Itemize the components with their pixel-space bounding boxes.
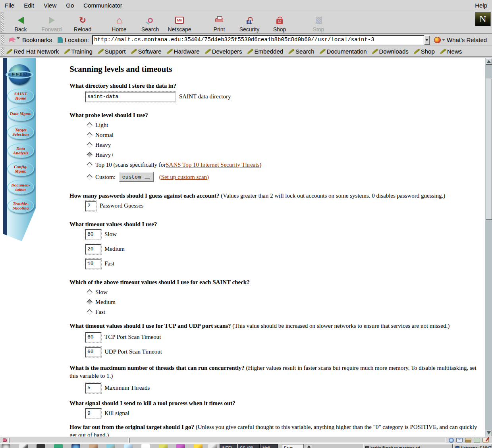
taskbar-app-icon[interactable] — [54, 444, 63, 448]
url-dropdown-button[interactable] — [424, 35, 430, 45]
sidebar-item-documentation[interactable]: Documen- tation — [7, 180, 34, 194]
bookmarks-label[interactable]: Bookmarks — [22, 37, 52, 43]
navigator-icon[interactable] — [449, 438, 454, 443]
timeout-medium-input[interactable] — [85, 244, 101, 254]
scrollbar-thumb[interactable] — [486, 79, 492, 220]
radio-top10[interactable]: Top 10 (scans specifically for SANS Top … — [69, 160, 478, 170]
radio-diamond-icon[interactable] — [87, 142, 93, 148]
menu-communicator[interactable]: Communicator — [79, 0, 127, 10]
pager-up-button[interactable] — [306, 444, 312, 448]
personal-link-documentation[interactable]: Documentation — [320, 48, 367, 55]
kill-signal-input[interactable] — [85, 408, 101, 419]
sidebar-item-saint-home[interactable]: SAINT Home — [7, 88, 34, 103]
menu-file[interactable]: File — [0, 0, 19, 10]
personal-toolbar-grip[interactable] — [1, 47, 4, 56]
radio-diamond-icon[interactable] — [87, 162, 93, 168]
personal-link-hardware[interactable]: Hardware — [167, 48, 200, 55]
personal-link-news[interactable]: News — [440, 48, 462, 55]
scroll-down-button[interactable] — [486, 430, 492, 436]
radio-normal[interactable]: Normal — [69, 130, 478, 140]
tcp-timeout-input[interactable] — [85, 332, 101, 342]
taskbar-app-icon[interactable] — [89, 444, 98, 448]
udp-timeout-input[interactable] — [85, 347, 101, 357]
taskbar-window-mail[interactable]: Mail — [260, 444, 278, 448]
personal-link-search[interactable]: Search — [288, 48, 314, 55]
radio-diamond-selected-icon[interactable] — [87, 152, 93, 158]
taskbar-app-icon[interactable] — [19, 444, 28, 448]
taskbar-window-terminal[interactable]: barkin@malt.cs.montana.ed — [363, 444, 453, 448]
radio-diamond-icon[interactable] — [87, 132, 93, 138]
taskbar-app-icon[interactable] — [124, 444, 133, 448]
taskbar-app-icon[interactable] — [2, 444, 10, 448]
timeout-slow-input[interactable] — [85, 229, 101, 240]
back-button[interactable]: Back — [6, 13, 36, 33]
toolbar-grip[interactable] — [0, 12, 4, 33]
taskbar-app-icon[interactable] — [141, 444, 150, 448]
radio-heavy-plus[interactable]: Heavy+ — [69, 150, 478, 160]
whats-related-button[interactable]: What's Related — [434, 37, 487, 43]
sidebar-item-target-selection[interactable]: Target Selection — [7, 125, 34, 139]
sidebar-item-data-analysis[interactable]: Data Analysis — [7, 143, 34, 158]
password-guesses-input[interactable] — [85, 201, 96, 211]
taskbar-app-icon[interactable] — [159, 444, 168, 448]
print-button[interactable]: Print — [204, 13, 234, 33]
composer-icon[interactable] — [482, 438, 489, 442]
reload-button[interactable]: ↻ Reload — [68, 13, 98, 33]
personal-link-support[interactable]: Support — [98, 48, 126, 55]
taskbar-app-icon[interactable] — [208, 444, 217, 448]
radio-light[interactable]: Light — [69, 120, 478, 130]
personal-link-redhat[interactable]: Red Hat Network — [6, 48, 59, 55]
radio-diamond-icon[interactable] — [87, 122, 93, 129]
search-button[interactable]: Search — [135, 13, 165, 33]
taskbar-app-icon[interactable] — [71, 444, 80, 448]
home-button[interactable]: ⌂ Home — [104, 13, 134, 33]
menu-view[interactable]: View — [39, 0, 61, 10]
taskbar-window-cs409[interactable]: CS 409 — [238, 444, 260, 448]
bookmarks-dropdown-icon[interactable] — [17, 37, 20, 39]
personal-link-shop[interactable]: Shop — [414, 48, 435, 55]
location-bar-grip[interactable] — [1, 35, 4, 45]
netscape-button[interactable]: My Netscape — [164, 13, 195, 33]
menu-edit[interactable]: Edit — [19, 0, 39, 10]
radio-diamond-icon[interactable] — [87, 289, 93, 296]
address-book-icon[interactable] — [474, 438, 480, 442]
setup-custom-scan-link[interactable]: (Set up custom scan) — [159, 174, 209, 181]
bookmarks-icon[interactable] — [9, 37, 16, 42]
taskbar-app-icon[interactable] — [37, 444, 45, 448]
personal-link-downloads[interactable]: Downloads — [372, 48, 409, 55]
sidebar-item-config-mgmt[interactable]: Config. Mgmt. — [7, 162, 34, 176]
max-threads-input[interactable] — [85, 383, 101, 393]
personal-link-training[interactable]: Training — [64, 48, 93, 55]
radio-check-slow[interactable]: Slow — [69, 287, 478, 297]
timeout-fast-input[interactable] — [85, 259, 101, 269]
sans-top10-link[interactable]: SANS Top 10 Internet Security Threats — [166, 162, 259, 168]
taskbar-app-icon[interactable] — [194, 444, 203, 448]
security-button[interactable]: Security — [234, 13, 264, 33]
taskbar-window-ineel[interactable]: INEEL — [220, 444, 237, 448]
mailbox-icon[interactable] — [456, 438, 463, 442]
sidebar-item-data-mgmt[interactable]: Data Mgmt. — [7, 106, 34, 121]
radio-diamond-icon[interactable] — [87, 309, 93, 315]
url-input[interactable]: http://malt.cs.montana.edu:35404/75d4eb3… — [92, 35, 424, 45]
radio-heavy[interactable]: Heavy — [69, 140, 478, 150]
radio-check-medium[interactable]: Medium — [69, 297, 478, 307]
radio-diamond-selected-icon[interactable] — [87, 299, 93, 306]
vertical-scrollbar[interactable] — [485, 58, 492, 436]
menu-go[interactable]: Go — [61, 0, 79, 10]
newsgroups-icon[interactable] — [465, 438, 471, 442]
menu-help[interactable]: Help — [470, 0, 492, 10]
personal-link-embedded[interactable]: Embedded — [247, 48, 284, 55]
personal-link-developers[interactable]: Developers — [205, 48, 242, 55]
scroll-up-button[interactable] — [486, 58, 492, 65]
data-directory-input[interactable] — [85, 92, 176, 102]
taskbar-window-esus[interactable]: Esus — [282, 444, 304, 448]
radio-custom[interactable]: Custom: custom (Set up custom scan) — [69, 171, 478, 183]
radio-diamond-icon[interactable] — [87, 174, 93, 180]
radio-check-fast[interactable]: Fast — [69, 307, 478, 317]
taskbar-app-icon[interactable] — [176, 444, 185, 448]
shop-button[interactable]: @ Shop — [264, 13, 295, 33]
netscape-logo[interactable]: N — [475, 12, 491, 26]
personal-link-software[interactable]: Software — [131, 48, 161, 55]
security-status-icon[interactable] — [1, 438, 9, 443]
custom-scan-dropdown[interactable]: custom — [119, 172, 154, 182]
